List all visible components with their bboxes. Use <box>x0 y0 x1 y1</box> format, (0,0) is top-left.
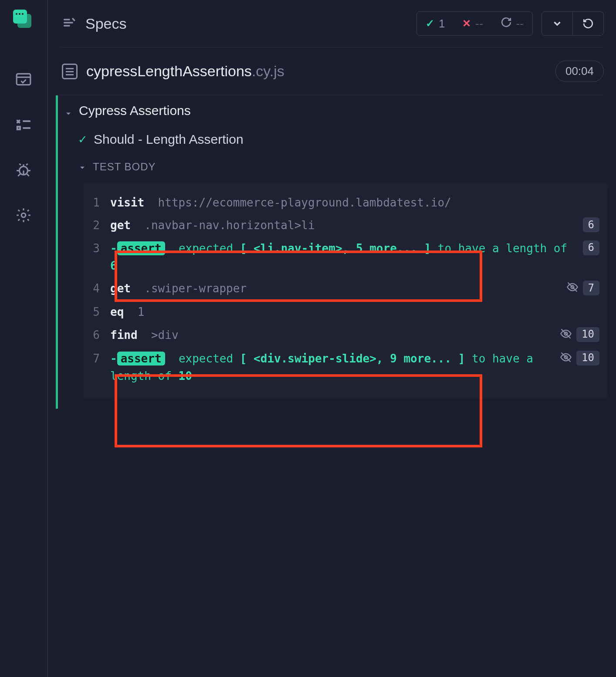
chevron-down-icon <box>64 106 73 115</box>
hidden-icon <box>566 281 579 298</box>
stats-group: ✓ 1 ✕ -- -- <box>416 11 533 36</box>
command-row[interactable]: 5 eq 1 <box>83 301 607 323</box>
command-log: 1 visit https://ecommerce-playground.lam… <box>83 183 607 398</box>
test-body-toggle[interactable]: TEST BODY <box>58 155 616 179</box>
reload-button[interactable] <box>573 11 604 36</box>
check-icon: ✓ <box>78 133 88 146</box>
page-title: Specs <box>85 15 127 32</box>
describe-row[interactable]: Cypress Assertions <box>58 95 616 126</box>
hidden-icon <box>560 351 572 368</box>
command-row[interactable]: 6 find >div 10 <box>83 324 607 347</box>
stat-pending: -- <box>492 12 532 35</box>
chevron-down-icon <box>78 162 87 171</box>
test-row[interactable]: ✓ Should - Length Assertion <box>58 126 616 155</box>
command-row[interactable]: 7 -assert expected [ <div.swiper-slide>,… <box>83 347 607 388</box>
svg-point-5 <box>21 213 26 217</box>
command-row[interactable]: 1 visit https://ecommerce-playground.lam… <box>83 191 607 214</box>
refresh-icon <box>501 17 512 30</box>
time-badge: 00:04 <box>555 61 604 82</box>
hidden-icon <box>560 327 572 345</box>
file-header: cypressLengthAssertions.cy.js 00:04 <box>48 47 616 95</box>
file-ext: .cy.js <box>252 63 284 79</box>
count-badge: 10 <box>576 327 599 342</box>
command-row[interactable]: 4 get .swiper-wrapper 7 <box>83 277 607 301</box>
x-icon: ✕ <box>462 17 471 30</box>
collapse-button[interactable] <box>542 11 573 36</box>
cypress-logo[interactable] <box>13 10 34 30</box>
count-badge: 6 <box>583 217 599 232</box>
document-icon <box>62 64 78 79</box>
count-badge: 6 <box>583 240 599 255</box>
stat-fail: ✕ -- <box>454 12 491 35</box>
svg-rect-2 <box>17 127 20 129</box>
list-icon[interactable] <box>14 115 33 134</box>
bug-icon[interactable] <box>14 160 33 179</box>
command-row[interactable]: 2 get .navbar-nav.horizontal>li 6 <box>83 214 607 237</box>
specs-icon <box>62 15 77 32</box>
file-name: cypressLengthAssertions <box>86 63 252 79</box>
count-badge: 7 <box>583 281 599 295</box>
command-row[interactable]: 3 -assert expected [ <li.nav-item>, 5 mo… <box>83 237 607 278</box>
topbar: Specs ✓ 1 ✕ -- -- <box>48 0 616 47</box>
browser-icon[interactable] <box>14 70 33 89</box>
count-badge: 10 <box>576 351 599 366</box>
sidebar <box>0 0 48 677</box>
check-icon: ✓ <box>426 17 434 30</box>
svg-rect-0 <box>17 74 30 85</box>
gear-icon[interactable] <box>14 206 33 225</box>
stat-pass: ✓ 1 <box>417 12 454 35</box>
